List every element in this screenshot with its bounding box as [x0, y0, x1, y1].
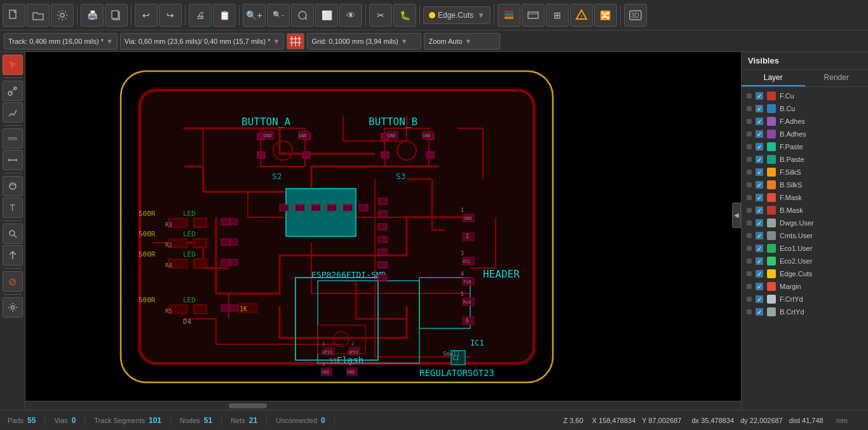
right-collapse-button[interactable]: ◀ [732, 203, 741, 228]
edge-cuts-dropdown[interactable]: Edge.Cuts ▼ [423, 6, 491, 24]
layer-checkbox[interactable]: ✓ [756, 283, 763, 290]
layer-color-swatch [767, 104, 776, 113]
layer-checkbox[interactable]: ✓ [756, 92, 763, 100]
search-button[interactable] [3, 224, 23, 244]
layer-item-fmask[interactable]: ✓F.Mask [742, 191, 868, 204]
push-button[interactable] [3, 245, 23, 265]
svg-rect-53 [426, 152, 434, 158]
settings2-button[interactable] [3, 297, 23, 318]
svg-text:R2: R2 [165, 242, 172, 248]
layer-checkbox[interactable]: ✓ [756, 206, 763, 214]
layer-checkbox[interactable]: ✓ [756, 295, 763, 303]
coord-x: X 158,478834 [592, 417, 636, 424]
horizontal-scrollbar[interactable] [25, 401, 741, 410]
print2-button[interactable]: 🖨 [189, 4, 212, 27]
via-dropdown[interactable]: Via: 0,60 mm (23,6 mils)/ 0,40 mm (15,7 … [120, 33, 285, 50]
canvas-area[interactable]: BUTTON_A S2 BUTTON_B S3 GND GND GND GND [25, 52, 741, 410]
route-button[interactable]: 🔀 [594, 4, 617, 27]
layer-checkbox[interactable]: ✓ [756, 245, 763, 252]
svg-text:GND: GND [388, 133, 396, 138]
edge-cuts-arrow: ▼ [477, 11, 485, 20]
drc-button[interactable]: ! [570, 4, 593, 27]
layer-checkbox[interactable]: ✓ [756, 181, 763, 189]
layer-item-fsilks[interactable]: ✓F.SilkS [742, 166, 868, 178]
layer-item-dwgsuser[interactable]: ✓Dwgs.User [742, 217, 868, 229]
walk-route-button[interactable] [3, 102, 23, 123]
layer-item-eco2user[interactable]: ✓Eco2.User [742, 255, 868, 267]
copy-button[interactable] [105, 4, 128, 27]
svg-text:BUTTON_A: BUTTON_A [241, 116, 290, 128]
layer-checkbox[interactable]: ✓ [756, 143, 763, 151]
tab-render[interactable]: Render [805, 70, 869, 86]
layer-item-fcrtyd[interactable]: ✓F.CrtYd [742, 293, 868, 306]
zoom-in-button[interactable]: 🔍+ [243, 4, 266, 27]
drc2-button[interactable]: ⊘ [3, 271, 23, 292]
vias-value: 0 [72, 416, 76, 425]
layer-checkbox[interactable]: ✓ [756, 270, 763, 278]
layer-item-bcrtyd[interactable]: ✓B.CrtYd [742, 306, 868, 318]
layer-checkbox[interactable]: ✓ [756, 130, 763, 138]
layer-color-swatch [767, 307, 776, 316]
netlist-button[interactable] [522, 4, 545, 27]
inspect-button[interactable] [3, 176, 23, 196]
pcb-view: BUTTON_A S2 BUTTON_B S3 GND GND GND GND [25, 52, 741, 410]
new-button[interactable] [3, 4, 25, 27]
layer-item-bsilks[interactable]: ✓B.SilkS [742, 178, 868, 191]
layer-checkbox[interactable]: ✓ [756, 168, 763, 176]
print-button[interactable]: 🖨️ [81, 4, 104, 27]
zoom-dropdown[interactable]: Zoom Auto ▼ [424, 33, 500, 50]
redo-button[interactable]: ↪ [159, 4, 182, 27]
select-tool-button[interactable] [3, 55, 23, 75]
layer-checkbox[interactable]: ✓ [756, 118, 763, 125]
zoom-fit-button[interactable] [291, 4, 314, 27]
copy2-button[interactable]: 📋 [213, 4, 236, 27]
layer-item-edgecuts[interactable]: ✓Edge.Cuts [742, 267, 868, 280]
grid-dropdown[interactable]: Grid: 0,1000 mm (3,94 mils) ▼ [307, 33, 421, 50]
layer-item-cmtsuser[interactable]: ✓Cmts.User [742, 229, 868, 242]
view-button[interactable]: 👁 [339, 4, 362, 27]
grid-icon[interactable] [287, 33, 304, 50]
layer-name-label: F.Adhes [780, 118, 805, 125]
layers-button[interactable] [498, 4, 520, 27]
open-button[interactable] [27, 4, 50, 27]
layer-dot [747, 309, 752, 314]
layer-dot [747, 93, 752, 98]
layer-checkbox[interactable]: ✓ [756, 194, 763, 201]
3d-button[interactable]: 3D [624, 4, 647, 27]
left-sep1 [4, 77, 22, 78]
mm-button[interactable]: mm [3, 128, 23, 149]
layer-checkbox[interactable]: ✓ [756, 156, 763, 163]
layer-checkbox[interactable]: ✓ [756, 232, 763, 239]
svg-point-31 [11, 306, 14, 309]
bug-button[interactable]: 🐛 [393, 4, 416, 27]
layer-item-bmask[interactable]: ✓B.Mask [742, 204, 868, 217]
add-text-button[interactable]: T [3, 198, 23, 218]
layer-item-bpaste[interactable]: ✓B.Paste [742, 153, 868, 166]
zoom-out-button[interactable]: 🔍- [267, 4, 290, 27]
layer-checkbox[interactable]: ✓ [756, 105, 763, 112]
svg-rect-45 [302, 152, 310, 158]
layer-dot [747, 195, 752, 200]
ruler-button[interactable] [3, 150, 23, 170]
zoom-area-button[interactable]: ⬜ [315, 4, 338, 27]
tab-layer[interactable]: Layer [742, 70, 805, 86]
settings-button[interactable] [51, 4, 74, 27]
layer-item-fcu[interactable]: ✓F.Cu [742, 90, 868, 102]
layer-item-badhes[interactable]: ✓B.Adhes [742, 128, 868, 140]
layer-item-eco1user[interactable]: ✓Eco1.User [742, 242, 868, 255]
cut-button[interactable]: ✂ [369, 4, 392, 27]
undo-button[interactable]: ↩ [135, 4, 158, 27]
layer-checkbox[interactable]: ✓ [756, 308, 763, 316]
layer-item-margin[interactable]: ✓Margin [742, 280, 868, 293]
layer-item-bcu[interactable]: ✓B.Cu [742, 102, 868, 115]
scrollbar-thumb[interactable] [229, 403, 267, 408]
layer-checkbox[interactable]: ✓ [756, 219, 763, 227]
track-dropdown[interactable]: Track: 0,406 mm (16,00 mils) * ▼ [4, 33, 118, 50]
layer-item-fpaste[interactable]: ✓F.Paste [742, 140, 868, 153]
layer-checkbox[interactable]: ✓ [756, 257, 763, 265]
route-tracks-button[interactable] [3, 81, 23, 101]
grid-button[interactable]: ⊞ [546, 4, 569, 27]
layer-name-label: Eco1.User [780, 245, 812, 252]
separator [77, 5, 78, 25]
layer-item-fadhes[interactable]: ✓F.Adhes [742, 115, 868, 128]
